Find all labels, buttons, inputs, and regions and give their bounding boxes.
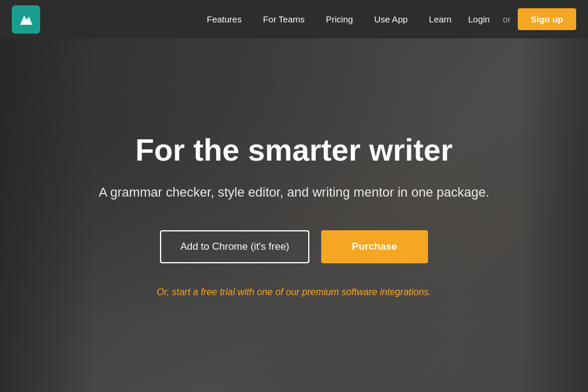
hero-subtitle: A grammar checker, style editor, and wri… [99,182,489,202]
nav-learn[interactable]: Learn [419,14,462,24]
add-to-chrome-button[interactable]: Add to Chrome (it's free) [160,230,309,263]
free-trial-text[interactable]: Or, start a free trial with one of our p… [99,287,489,298]
navbar: Features For Teams Pricing Use App Learn… [0,0,588,38]
nav-use-app[interactable]: Use App [364,14,419,24]
auth-divider: or [499,14,514,24]
logo[interactable] [12,5,40,34]
hero-title: For the smarter writer [99,133,489,168]
purchase-button[interactable]: Purchase [321,230,428,263]
hero-cta-buttons: Add to Chrome (it's free) Purchase [99,230,489,263]
signup-button[interactable]: Sign up [518,8,576,30]
login-button[interactable]: Login [462,14,496,24]
hero-content: For the smarter writer A grammar checker… [75,133,513,298]
nav-pricing[interactable]: Pricing [315,14,364,24]
auth-section: Login or Sign up [462,8,576,30]
logo-icon [17,11,35,28]
nav-features[interactable]: Features [196,14,252,24]
hero-section: For the smarter writer A grammar checker… [0,38,588,392]
nav-for-teams[interactable]: For Teams [252,14,315,24]
nav-links: Features For Teams Pricing Use App Learn… [196,8,576,30]
